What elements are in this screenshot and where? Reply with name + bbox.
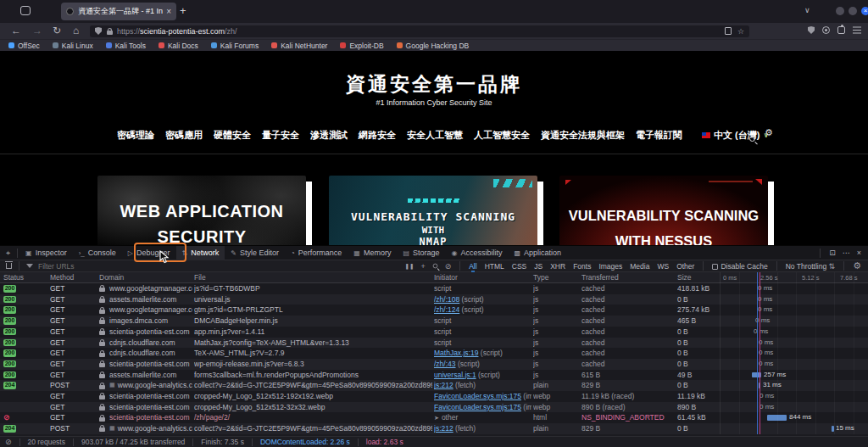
type-filter-images[interactable]: Images <box>598 262 622 271</box>
bookmark-item[interactable]: Kali Forums <box>211 42 259 50</box>
initiator-link[interactable]: /zh/:108 <box>434 295 459 304</box>
performance-analysis-icon[interactable]: ⊘ <box>5 438 12 446</box>
menu-hamburger-icon[interactable] <box>853 30 861 31</box>
network-request-row[interactable]: 200GETscientia-potentia-est.comapp.min.j… <box>0 327 868 338</box>
devtools-tab-storage[interactable]: ▤Storage <box>397 246 445 260</box>
column-header-type[interactable]: Type <box>533 272 548 283</box>
tracking-protection-shield-icon[interactable] <box>95 27 102 35</box>
site-nav-item[interactable]: 滲透測試 <box>310 129 348 142</box>
initiator-link[interactable]: /zh/:43 <box>434 360 456 368</box>
article-card[interactable]: VULNERABILITY SCANNINGWITH NESSUS <box>559 176 768 256</box>
maximize-button[interactable] <box>849 7 857 15</box>
site-nav-item[interactable]: 資通安全法規與框架 <box>541 129 625 142</box>
initiator-link[interactable]: universal.js:1 <box>434 371 476 379</box>
bookmark-item[interactable]: Kali NetHunter <box>271 42 327 50</box>
network-request-row[interactable]: ⊘GETscientia-potentia-est.com/zh/page/2/… <box>0 412 868 423</box>
throttling-select[interactable]: No Throttling ⇅ <box>786 262 835 271</box>
devtools-menu-icon[interactable]: ⋯ <box>843 249 850 257</box>
filter-urls-input[interactable] <box>36 261 138 271</box>
initiator-link[interactable]: js:212 <box>434 381 453 389</box>
devtools-tab-style-editor[interactable]: ✎Style Editor <box>225 246 285 260</box>
new-request-icon[interactable]: + <box>420 262 425 271</box>
site-search-icon[interactable] <box>749 130 755 145</box>
column-header-file[interactable]: File <box>194 272 206 283</box>
column-header-size[interactable]: Size <box>677 272 692 283</box>
type-filter-media[interactable]: Media <box>630 262 649 271</box>
site-nav-item[interactable]: 電子報訂閱 <box>636 129 682 142</box>
page-action-icon[interactable] <box>725 27 732 35</box>
account-icon[interactable] <box>822 26 830 34</box>
bookmark-star-icon[interactable]: ☆ <box>737 27 744 36</box>
protections-shield-icon[interactable] <box>808 26 815 34</box>
tab-close-icon[interactable]: × <box>166 7 171 16</box>
devtools-tab-performance[interactable]: ◔Performance <box>285 246 348 260</box>
lock-icon[interactable] <box>107 31 113 35</box>
list-tabs-chevron-icon[interactable]: ∨ <box>804 6 810 14</box>
home-icon[interactable]: ⌂ <box>73 25 79 37</box>
column-header-status[interactable]: Status <box>3 272 24 283</box>
pause-recording-icon[interactable]: ❚❚ <box>404 263 414 270</box>
network-request-row[interactable]: 204POST▦www.google-analytics.comcollect?… <box>0 423 868 434</box>
search-requests-icon[interactable] <box>432 262 438 271</box>
network-request-row[interactable]: 200GETwww.googletagmanager.comgtm.js?id=… <box>0 305 868 316</box>
firefox-view-icon[interactable] <box>20 6 31 15</box>
column-header-method[interactable]: Method <box>50 272 74 283</box>
initiator-link[interactable]: FaviconLoader.sys.mjs:175 <box>434 392 521 400</box>
network-request-row[interactable]: 204POST▦www.google-analytics.comcollect?… <box>0 380 868 391</box>
extensions-icon[interactable] <box>837 26 845 34</box>
devtools-tab-console[interactable]: ›_Console <box>73 246 122 260</box>
new-tab-button[interactable]: + <box>180 4 186 17</box>
initiator-link[interactable]: FaviconLoader.sys.mjs:175 <box>434 403 521 411</box>
site-settings-gear-icon[interactable]: ⚙ <box>765 127 773 138</box>
site-nav-item[interactable]: 網路安全 <box>359 129 396 142</box>
devtools-tab-memory[interactable]: ▦Memory <box>348 246 397 260</box>
initiator-link[interactable]: js:212 <box>434 424 453 433</box>
initiator-link[interactable]: MathJax.js:19 <box>434 349 478 357</box>
initiator-link[interactable]: /zh/:124 <box>434 305 459 314</box>
network-request-row[interactable]: 200GETassets.mailerlite.comuniversal.js/… <box>0 294 868 305</box>
network-request-row[interactable]: 200GETscientia-potentia-est.comwp-emoji-… <box>0 359 868 370</box>
network-request-row[interactable]: GETscientia-potentia-est.comcropped-My_L… <box>0 402 868 413</box>
network-settings-gear-icon[interactable]: ⚙ <box>853 260 861 271</box>
disable-cache-checkbox[interactable]: Disable Cache <box>712 262 767 271</box>
site-nav-item[interactable]: 人工智慧安全 <box>474 129 530 142</box>
devtools-tab-accessibility[interactable]: ◉Accessibility <box>446 246 509 260</box>
browser-tab[interactable]: 資通安全第一品牌 - #1 Inf × <box>61 3 176 20</box>
clear-requests-icon[interactable] <box>6 263 12 269</box>
reload-icon[interactable]: ↻ <box>53 25 61 37</box>
site-nav-item[interactable]: 硬體安全 <box>214 129 251 142</box>
site-nav-item[interactable]: 量子安全 <box>262 129 299 142</box>
bookmark-item[interactable]: OffSec <box>8 42 40 50</box>
url-bar[interactable]: https://scientia-potentia-est.com/zh/ ☆ <box>90 25 749 37</box>
type-filter-all[interactable]: All <box>469 262 476 271</box>
type-filter-fonts[interactable]: Fonts <box>573 262 591 271</box>
bookmark-item[interactable]: Google Hacking DB <box>397 42 470 50</box>
devtools-tab-inspector[interactable]: ▣Inspector <box>19 246 73 260</box>
type-filter-xhr[interactable]: XHR <box>550 262 565 271</box>
type-filter-other[interactable]: Other <box>676 262 694 271</box>
devtools-close-icon[interactable]: × <box>857 249 861 257</box>
devtools-tab-application[interactable]: ▩Application <box>509 246 568 260</box>
bookmark-item[interactable]: Kali Tools <box>106 42 146 50</box>
bookmark-item[interactable]: Exploit-DB <box>340 42 383 50</box>
network-request-row[interactable]: 200GETwww.googletagmanager.comjs?id=GT-T… <box>0 283 868 294</box>
article-card[interactable]: WEB APPLICATIONSECURITY ASSESSMENT <box>97 176 306 256</box>
forward-icon[interactable]: → <box>32 25 42 37</box>
close-window-button[interactable]: × <box>861 7 868 15</box>
network-request-row[interactable]: 200GETimages.dmca.comDMCABadgeHelper.min… <box>0 316 868 327</box>
site-nav-item[interactable]: 密碼應用 <box>165 129 203 142</box>
bookmark-item[interactable]: Kali Linux <box>53 42 93 50</box>
site-nav-item[interactable]: 密碼理論 <box>117 129 154 142</box>
type-filter-html[interactable]: HTML <box>485 262 504 271</box>
article-card[interactable]: VULNERABILITY SCANNINGWITHNMAP <box>329 176 537 256</box>
type-filter-css[interactable]: CSS <box>512 262 526 271</box>
network-table-header[interactable]: StatusMethodDomainFileInitiatorTypeTrans… <box>0 272 868 283</box>
type-filter-ws[interactable]: WS <box>657 262 669 271</box>
column-header-initiator[interactable]: Initiator <box>434 272 458 283</box>
network-request-row[interactable]: GETscientia-potentia-est.comcropped-My_L… <box>0 391 868 402</box>
site-nav-item[interactable]: 安全人工智慧 <box>407 129 463 142</box>
network-request-row[interactable]: 200GETcdnjs.cloudflare.comTeX-AMS_HTML.j… <box>0 348 868 359</box>
type-filter-js[interactable]: JS <box>534 262 542 271</box>
bookmark-item[interactable]: Kali Docs <box>159 42 198 50</box>
minimize-button[interactable] <box>836 7 844 15</box>
